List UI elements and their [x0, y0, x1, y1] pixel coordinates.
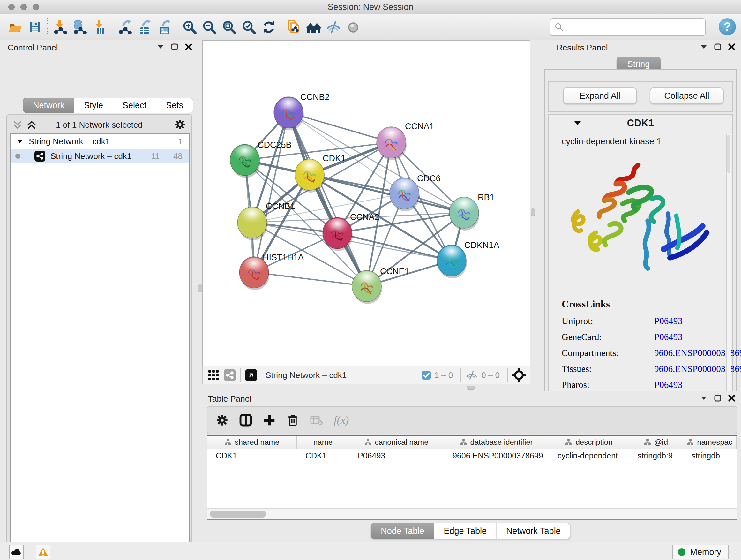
fit-selected-crosshair-icon[interactable] [512, 368, 526, 382]
add-column-icon[interactable] [263, 414, 276, 427]
panel-float-icon[interactable] [157, 45, 164, 49]
panel-close-icon[interactable] [728, 395, 735, 401]
node-table[interactable]: shared namenamecanonical namedatabase id… [207, 435, 737, 520]
tab-edge-table[interactable]: Edge Table [434, 523, 496, 539]
refresh-button[interactable] [259, 17, 279, 37]
zoom-fit-button[interactable] [219, 17, 239, 37]
panel-float-icon[interactable] [700, 396, 707, 400]
panel-maximize-icon[interactable] [171, 44, 178, 51]
string-import-button[interactable] [284, 17, 304, 37]
warnings-button[interactable] [36, 545, 51, 559]
network-node-CCNE1[interactable]: CCNE1 [352, 266, 409, 304]
import-network-from-file-button[interactable] [50, 17, 70, 37]
cloud-button[interactable] [9, 545, 23, 559]
table-settings-gear-icon[interactable] [216, 414, 228, 427]
node-label-CCNB2: CCNB2 [300, 92, 330, 102]
zoom-in-button[interactable] [180, 17, 199, 37]
tab-network[interactable]: Network [23, 98, 74, 113]
panel-float-icon[interactable] [700, 45, 707, 49]
horizontal-splitter-handle[interactable] [467, 386, 475, 389]
help-button[interactable]: ? [719, 18, 736, 36]
table-cell: CDK1 [207, 449, 297, 463]
zoom-out-button[interactable] [199, 17, 219, 37]
window-title: Session: New Session [0, 2, 741, 12]
table-cell: 9606.ENSP00000378699 [444, 449, 549, 463]
crosslink-row: Compartments:9606.ENSP00000378699 [562, 348, 741, 358]
column-header-name[interactable]: name [297, 436, 349, 449]
search-input[interactable] [563, 22, 697, 33]
zoom-selected-button[interactable] [239, 17, 259, 37]
tree-expander-icon[interactable] [17, 139, 23, 144]
memory-button[interactable]: Memory [672, 545, 729, 559]
column-header-canonical-name[interactable]: canonical name [349, 436, 444, 449]
gear-icon[interactable] [174, 119, 186, 130]
left-splitter-handle[interactable] [198, 284, 202, 293]
crosslink-link[interactable]: P06493 [654, 332, 683, 342]
node-label-CDC25B: CDC25B [258, 140, 292, 150]
selected-checkbox-icon[interactable] [421, 370, 431, 380]
network-tree-row[interactable]: String Network – cdk11 [11, 134, 189, 149]
column-header-database-identifier[interactable]: database identifier [444, 436, 549, 449]
results-scrollbar[interactable] [726, 134, 731, 399]
control-panel: Control Panel NetworkStyleSelectSets 1 o… [0, 40, 199, 542]
network-label: String Network – cdk1 [51, 151, 131, 161]
network-tree-row[interactable]: String Network – cdk11148 [11, 149, 189, 164]
delete-table-icon [310, 415, 323, 426]
import-network-from-database-button[interactable] [70, 17, 90, 37]
expand-all-button[interactable]: Expand All [563, 87, 637, 104]
zoom-fit-icon [222, 20, 237, 35]
network-node-CCNB2[interactable]: CCNB2 [274, 92, 330, 130]
hide-unhide-button[interactable] [324, 17, 343, 37]
tab-sets[interactable]: Sets [156, 98, 193, 113]
column-header-shared-name[interactable]: shared name [207, 436, 297, 449]
column-header-description[interactable]: description [549, 436, 629, 449]
highlight-button[interactable] [343, 17, 363, 37]
crosslink-link[interactable]: P06493 [654, 316, 683, 326]
export-network-button[interactable] [115, 17, 135, 37]
panel-maximize-icon[interactable] [714, 44, 721, 51]
network-share-view-icon[interactable] [224, 369, 236, 381]
function-builder-icon: f(x) [334, 414, 349, 426]
network-node-RB1[interactable]: RB1 [449, 192, 495, 231]
network-canvas[interactable]: CCNB2CCNA1CDC25BCDK1CDC6RB1CCNB1CCNA2CDK… [202, 40, 530, 366]
network-node-HIST1H1A[interactable]: HIST1H1A [239, 253, 304, 290]
string-home-button[interactable] [304, 17, 324, 37]
control-panel-title: Control Panel [8, 43, 58, 53]
toolbar-separator [112, 18, 112, 37]
node-label-RB1: RB1 [478, 192, 495, 202]
right-splitter-handle[interactable] [531, 208, 535, 216]
network-view-toolbar: String Network – cdk1 1 – 0 0 – 0 [202, 366, 530, 384]
column-header--id[interactable]: @id [629, 436, 683, 449]
panel-close-icon[interactable] [728, 44, 735, 51]
tab-node-table[interactable]: Node Table [371, 523, 434, 539]
zoom-selected-icon [242, 20, 256, 35]
delete-column-trash-icon[interactable] [286, 414, 299, 427]
tab-network-table[interactable]: Network Table [496, 523, 570, 539]
houses-icon [307, 20, 321, 35]
network-node-CCNA1[interactable]: CCNA1 [377, 122, 434, 160]
panel-close-icon[interactable] [185, 44, 192, 51]
column-header-namespac[interactable]: namespac [683, 436, 737, 449]
result-protein-description: cyclin-dependent kinase 1 [549, 132, 732, 146]
crosslink-link[interactable]: P06493 [654, 380, 683, 390]
table-horizontal-scrollbar[interactable] [207, 508, 737, 519]
save-session-button[interactable] [25, 17, 45, 37]
export-table-button[interactable] [135, 17, 154, 37]
show-columns-icon[interactable] [239, 414, 252, 427]
tab-select[interactable]: Select [113, 98, 156, 113]
node-label-CCNA1: CCNA1 [405, 122, 434, 131]
collapse-all-button[interactable]: Collapse All [650, 87, 724, 104]
network-node-CDKN1A[interactable]: CDKN1A [437, 240, 499, 278]
hidden-eye-icon [465, 370, 478, 381]
open-session-button[interactable] [5, 17, 25, 37]
table-cell: cyclin-dependent ... [549, 449, 629, 463]
string-doc-icon [286, 20, 301, 35]
table-row[interactable]: CDK1CDK1P064939606.ENSP00000378699cyclin… [207, 449, 737, 463]
tab-style[interactable]: Style [74, 98, 113, 113]
birds-eye-view-icon[interactable] [245, 369, 257, 381]
result-protein-name: CDK1 [549, 118, 732, 129]
panel-maximize-icon[interactable] [714, 395, 721, 401]
export-image-button[interactable] [154, 17, 174, 37]
grid-view-icon[interactable] [208, 369, 219, 381]
import-table-from-file-button[interactable] [90, 17, 110, 37]
